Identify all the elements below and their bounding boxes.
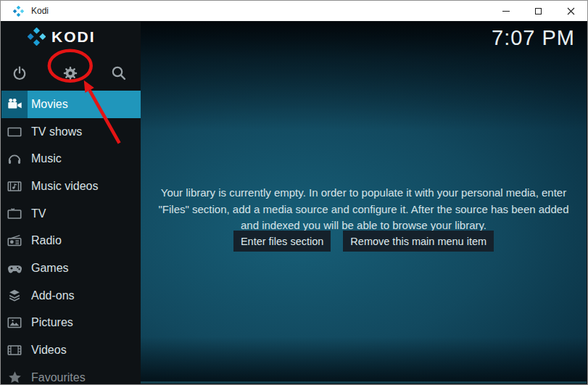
star-icon bbox=[1, 364, 28, 384]
power-button[interactable] bbox=[12, 65, 28, 81]
sidebar-item-movies[interactable]: Movies bbox=[1, 91, 141, 118]
sidebar-item-label: Movies bbox=[31, 98, 68, 111]
enter-files-section-button[interactable]: Enter files section bbox=[233, 231, 331, 252]
sidebar-item-pictures[interactable]: Pictures bbox=[1, 310, 141, 337]
sidebar: KODI bbox=[1, 22, 141, 384]
sidebar-item-music[interactable]: Music bbox=[1, 145, 141, 173]
monitor-icon bbox=[1, 118, 28, 146]
action-buttons: Enter files section Remove this main men… bbox=[141, 231, 587, 252]
power-icon bbox=[12, 65, 28, 81]
music-film-icon bbox=[1, 173, 28, 200]
sidebar-item-videos[interactable]: Videos bbox=[1, 336, 141, 364]
remove-menu-item-button[interactable]: Remove this main menu item bbox=[343, 231, 494, 252]
sidebar-item-radio[interactable]: Radio bbox=[1, 227, 141, 254]
sidebar-item-add-ons[interactable]: Add-ons bbox=[1, 282, 141, 310]
sidebar-item-label: Pictures bbox=[31, 316, 73, 329]
search-button[interactable] bbox=[110, 65, 128, 82]
content-area: 7:07 PM Your library is currently empty.… bbox=[141, 22, 587, 384]
maximize-button[interactable] bbox=[522, 1, 555, 21]
sidebar-item-games[interactable]: Games bbox=[1, 254, 141, 282]
quick-actions-bar bbox=[1, 55, 141, 91]
picture-icon bbox=[1, 310, 28, 337]
kodi-window: Kodi KODI bbox=[0, 0, 588, 385]
bottom-fade-strip bbox=[141, 381, 587, 384]
sidebar-item-label: Favourites bbox=[31, 371, 86, 384]
sidebar-item-label: Videos bbox=[31, 344, 67, 357]
minimize-icon bbox=[502, 11, 510, 12]
minimize-button[interactable] bbox=[489, 1, 522, 21]
search-icon bbox=[110, 65, 128, 82]
sidebar-item-label: Games bbox=[31, 262, 69, 275]
kodi-brand: KODI bbox=[28, 28, 96, 46]
titlebar: Kodi bbox=[1, 1, 587, 21]
tv-icon bbox=[1, 200, 28, 228]
gamepad-icon bbox=[1, 254, 28, 282]
window-title: Kodi bbox=[31, 6, 49, 16]
clock: 7:07 PM bbox=[492, 26, 575, 50]
sidebar-item-tv-shows[interactable]: TV shows bbox=[1, 118, 141, 146]
message-line: "Files" section, add a media source and … bbox=[141, 202, 587, 218]
window-controls bbox=[489, 1, 587, 21]
maximize-icon bbox=[535, 8, 542, 15]
sidebar-item-tv[interactable]: TV bbox=[1, 200, 141, 228]
sidebar-item-label: Music videos bbox=[31, 180, 98, 193]
app-area: KODI bbox=[1, 22, 587, 384]
close-icon bbox=[567, 7, 575, 15]
close-button[interactable] bbox=[555, 1, 587, 21]
movie-camera-icon bbox=[1, 91, 28, 118]
kodi-brand-text: KODI bbox=[51, 28, 96, 46]
filmstrip-icon bbox=[1, 336, 28, 364]
sidebar-item-music-videos[interactable]: Music videos bbox=[1, 173, 141, 200]
headphones-icon bbox=[1, 145, 28, 173]
kodi-logo-icon bbox=[13, 6, 24, 17]
sidebar-item-label: Music bbox=[31, 152, 62, 165]
settings-button[interactable] bbox=[62, 65, 79, 82]
package-icon bbox=[1, 282, 28, 310]
sidebar-item-favourites[interactable]: Favourites bbox=[1, 364, 141, 384]
message-line: Your library is currently empty. In orde… bbox=[141, 185, 587, 202]
main-menu: Movies TV shows bbox=[1, 91, 141, 384]
sidebar-item-label: Radio bbox=[31, 234, 62, 247]
sidebar-item-label: TV shows bbox=[31, 125, 82, 138]
sidebar-item-label: TV bbox=[31, 207, 46, 220]
kodi-logo-icon bbox=[28, 28, 46, 46]
gear-icon bbox=[62, 65, 79, 82]
radio-icon bbox=[1, 227, 28, 254]
empty-library-message: Your library is currently empty. In orde… bbox=[141, 185, 587, 234]
sidebar-item-label: Add-ons bbox=[31, 289, 75, 302]
